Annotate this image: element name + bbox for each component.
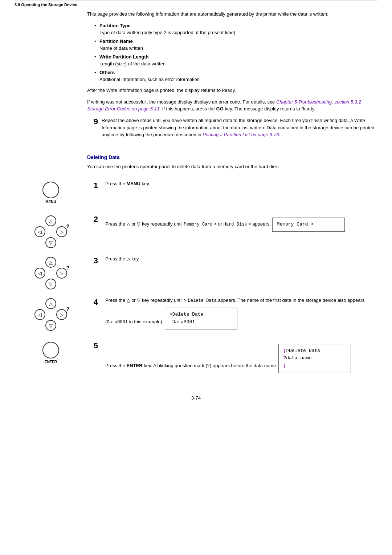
bullet-sub: Additional information, such as error in…: [99, 76, 377, 83]
deleting-intro: You can use the printer's operator panel…: [87, 163, 377, 170]
nav-cluster-icon-3: △ ◁ ▷ ▽ ?: [34, 298, 67, 331]
enter-button-icon: ENTER: [42, 342, 59, 364]
para3: If writing was not successfull, the mess…: [87, 98, 377, 113]
step5-icon-area: ENTER: [15, 340, 87, 367]
deleting-section: Deleting Data You can use the printer's …: [15, 146, 377, 175]
enter-label: ENTER: [45, 360, 57, 364]
menu-key-label: MENU: [127, 181, 140, 186]
list-item: Partition Name Name of data written: [94, 38, 377, 52]
bullet-sub: Type of data written (only type 2 is sup…: [99, 29, 377, 36]
bullet-sub: Length (size) of the data written: [99, 60, 377, 68]
list-item: Others Additional information, such as e…: [94, 69, 377, 83]
question-mark-icon: ?: [66, 223, 69, 229]
lcd-step5-line3: |: [283, 362, 346, 370]
step4-number: 4: [87, 297, 102, 307]
step5-number: 5: [87, 340, 102, 351]
step3-number: 3: [87, 255, 102, 266]
right-arrow-icon: ▷: [56, 226, 67, 237]
section-heading: 3.9 Operating the Storage Device: [15, 3, 377, 11]
step1-number: 1: [87, 180, 102, 190]
lcd-step5-line1: |>Delete Data: [283, 347, 346, 355]
down-arrow-icon-3: ▽: [45, 320, 56, 331]
step2-number: 2: [87, 214, 102, 224]
bullet-title: Others: [99, 70, 115, 75]
lcd-step4-line2: DataS001: [170, 319, 233, 326]
step4-row: △ ◁ ▷ ▽ ? 4 Press the △ or ▽ key repeate…: [15, 297, 377, 333]
deleting-icon-col: [15, 146, 87, 147]
data-s001-text: DataS001: [107, 320, 128, 325]
step1-content: Press the MENU key.: [105, 180, 377, 187]
lcd-line1: Memory Card >: [277, 221, 340, 228]
step9-number: 9: [87, 117, 102, 126]
up-arrow-icon: △: [45, 215, 56, 226]
enter-key-label: ENTER: [127, 362, 143, 368]
step1-row: MENU 1 Press the MENU key.: [15, 180, 377, 207]
menu-circle: [42, 182, 59, 198]
list-item: Partition Type Type of data written (onl…: [94, 22, 377, 36]
lcd-display-step5: |>Delete Data ?data name |: [278, 344, 351, 373]
up-arrow-icon-2: △: [45, 257, 56, 268]
deleting-heading: Deleting Data: [87, 154, 377, 160]
para2: After the Write Information page is prin…: [87, 87, 377, 94]
nav-cluster-icon: △ ◁ ▷ ▽ ?: [34, 215, 67, 248]
enter-circle: [42, 342, 59, 358]
right-arrow-icon-3: ▷: [56, 309, 67, 320]
step2-row: △ ◁ ▷ ▽ ? 2 Press the △ or ▽ key repeate…: [15, 214, 377, 248]
bottom-rule: [15, 384, 377, 384]
step3-row: △ ◁ ▷ ▽ ? 3 Press the ▷ key.: [15, 255, 377, 289]
main-content: This page provides the following informa…: [87, 11, 377, 113]
cursor-icon: |: [283, 348, 286, 353]
cursor-icon-2: ?: [283, 355, 286, 361]
step9-row: 9 Repeat the above steps until you have …: [15, 117, 377, 138]
top-rule: [15, 0, 377, 3]
cursor-icon-3: |: [283, 363, 286, 368]
step9-icon-area: [15, 117, 87, 118]
lcd-display-step4: >Delete Data DataS001: [165, 308, 237, 329]
hard-disk-text: Hard Disk: [224, 222, 247, 227]
down-arrow-icon: ▽: [45, 237, 56, 248]
partition-list-link[interactable]: Printing a Partition List on page 3-76: [203, 132, 279, 137]
bullet-title: Write Partition Length: [99, 54, 149, 60]
step4-icon-area: △ ◁ ▷ ▽ ?: [15, 297, 87, 331]
question-mark-icon-3: ?: [66, 306, 69, 312]
list-item: Write Partition Length Length (size) of …: [94, 53, 377, 68]
step2-content: Press the △ or ▽ key repeatedly until Me…: [105, 214, 377, 235]
step9-content: Repeat the above steps until you have wr…: [102, 117, 377, 138]
step1-icon-area: MENU: [15, 180, 87, 207]
lcd-step4-line1: >Delete Data: [170, 311, 233, 319]
down-arrow-icon-2: ▽: [45, 279, 56, 289]
question-mono: ?: [207, 363, 210, 368]
step5-content: Press the ENTER key. A blinking question…: [105, 340, 377, 377]
bullet-list: Partition Type Type of data written (onl…: [94, 22, 377, 83]
step2-icon-area: △ ◁ ▷ ▽ ?: [15, 214, 87, 248]
menu-label: MENU: [45, 200, 56, 204]
left-arrow-icon-3: ◁: [34, 309, 45, 320]
left-arrow-icon: ◁: [34, 226, 45, 237]
step3-icon-area: △ ◁ ▷ ▽ ?: [15, 255, 87, 289]
intro-para1: This page provides the following informa…: [87, 11, 377, 18]
page-footer: 3-74: [0, 395, 392, 408]
question-mark-icon-2: ?: [66, 265, 69, 271]
lcd-display-step2: Memory Card >: [272, 218, 345, 232]
bullet-title: Partition Type: [99, 23, 131, 28]
delete-data-text: Delete Data: [188, 298, 217, 303]
page: 3.9 Operating the Storage Device This pa…: [0, 0, 392, 555]
menu-button-icon: MENU: [42, 182, 59, 204]
up-arrow-icon-3: △: [45, 298, 56, 309]
nav-cluster-icon-2: △ ◁ ▷ ▽ ?: [34, 257, 67, 289]
step3-content: Press the ▷ key.: [105, 255, 377, 263]
step5-row: ENTER 5 Press the ENTER key. A blinking …: [15, 340, 377, 377]
left-arrow-icon-2: ◁: [34, 268, 45, 279]
memory-card-text: Memory Card: [184, 222, 213, 227]
lcd-step5-line2: ?data name: [283, 355, 346, 362]
bullet-title: Partition Name: [99, 39, 133, 44]
step4-content: Press the △ or ▽ key repeatedly until > …: [105, 297, 377, 333]
page-number: 3-74: [191, 395, 201, 401]
bullet-sub: Name of data written: [99, 45, 377, 52]
right-arrow-icon-2: ▷: [56, 268, 67, 279]
